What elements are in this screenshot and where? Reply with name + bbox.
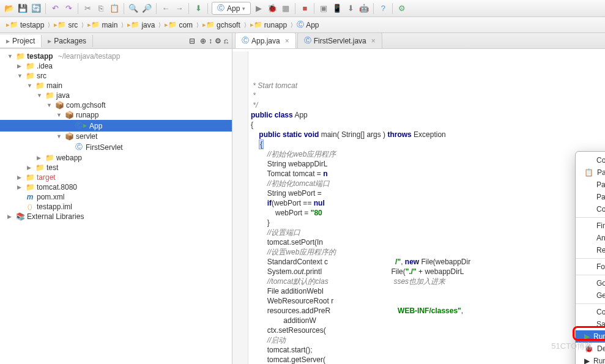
find-icon[interactable]: 🔍	[128, 3, 139, 14]
back-icon[interactable]: ←	[160, 3, 171, 14]
menu-item[interactable]: Column Selection Mode⇧⌘8 *	[576, 203, 605, 215]
tree-node[interactable]: ▼📦com.gchsoft	[0, 100, 232, 110]
gutter	[232, 51, 248, 364]
breadcrumb-item[interactable]: ▸📁src	[51, 20, 80, 30]
editor-tab[interactable]: ⒸApp.java×	[235, 32, 296, 48]
stop-icon[interactable]: ■	[299, 3, 310, 14]
build-icon[interactable]: ⬇	[193, 3, 204, 14]
tree-node[interactable]: ▼📦servlet	[0, 132, 232, 141]
debug-icon[interactable]: 🐞	[267, 3, 278, 14]
breadcrumb-item[interactable]: ▸📁gchsoft	[200, 20, 243, 30]
editor-tabs: ⒸApp.java×ⒸFirstServlet.java×	[232, 33, 605, 49]
menu-item[interactable]: Refactor▶	[576, 244, 605, 256]
device-icon[interactable]: 📱	[332, 3, 343, 14]
help-icon[interactable]: ?	[377, 3, 388, 14]
menu-item[interactable]: 📋Paste⌘V	[576, 166, 605, 179]
refresh-icon[interactable]: 🔄	[31, 3, 42, 14]
sdk-icon[interactable]: ⬇	[345, 3, 356, 14]
hide-icon[interactable]: ⎌	[224, 37, 228, 45]
settings-icon[interactable]: ⚙	[215, 37, 221, 45]
cut-icon[interactable]: ✂	[82, 3, 93, 14]
target-icon[interactable]: ⊕	[200, 37, 206, 45]
paste-icon[interactable]: 📋	[109, 3, 120, 14]
menu-item[interactable]: Analyze▶	[576, 232, 605, 244]
code-editor[interactable]: * Start tomcat * */public class App{ pub…	[232, 49, 605, 364]
menu-item[interactable]: Generate...^N	[576, 289, 605, 302]
tree-node[interactable]: ▶📁webapp	[0, 153, 232, 163]
replace-icon[interactable]: 🔎	[141, 3, 152, 14]
breadcrumb-item[interactable]: ▸📁com	[162, 20, 195, 30]
menu-item[interactable]: Folding▶	[576, 261, 605, 273]
menu-item[interactable]: Find Usages⌥F7	[576, 220, 605, 232]
sidebar-tab-packages[interactable]: ▸Packages	[42, 35, 93, 47]
watermark: 51CTO博客	[551, 341, 593, 352]
sort-icon[interactable]: ↕	[209, 37, 212, 45]
android-icon[interactable]: 🤖	[358, 3, 369, 14]
tree-node[interactable]: ▼📁testapp~/learnjava/testapp	[0, 51, 232, 61]
menu-item[interactable]: Save 'App.main()'	[576, 318, 605, 330]
tree-node[interactable]: ▶📁.idea	[0, 61, 232, 71]
menu-item[interactable]: ▶Run 'App.main()' with Coverage	[576, 355, 605, 364]
undo-icon[interactable]: ↶	[50, 3, 61, 14]
tree-node[interactable]: ▼📁java	[0, 91, 232, 100]
forward-icon[interactable]: →	[174, 3, 185, 14]
save-icon[interactable]: 💾	[17, 3, 28, 14]
tree-node[interactable]: ▶📁test	[0, 163, 232, 173]
editor-tab[interactable]: ⒸFirstServlet.java×	[297, 32, 382, 48]
avd-icon[interactable]: ▣	[318, 3, 329, 14]
project-sidebar: ▸Project▸Packages ⊟ ⊕ ↕ ⚙ ⎌ ▼📁testapp~/l…	[0, 33, 232, 364]
run-icon[interactable]: ▶	[253, 3, 264, 14]
menu-item[interactable]: Paste from History...⇧⌘V	[576, 179, 605, 191]
sidebar-tab-project[interactable]: ▸Project	[0, 35, 42, 47]
breadcrumb-item[interactable]: ▸📁runapp	[248, 20, 289, 30]
tree-node[interactable]: ▶📁target	[0, 173, 232, 182]
menu-item[interactable]: Copy Reference⌥⇧⌘C	[576, 154, 605, 166]
tree-node[interactable]: ▶📚External Libraries	[0, 212, 232, 221]
sidebar-tabs: ▸Project▸Packages ⊟ ⊕ ↕ ⚙ ⎌	[0, 33, 232, 49]
tree-node[interactable]: ▼📦runapp	[0, 110, 232, 120]
context-menu: Copy Reference⌥⇧⌘C📋Paste⌘VPaste from His…	[575, 151, 605, 364]
editor-area: ⒸApp.java×ⒸFirstServlet.java× * Start to…	[232, 33, 605, 364]
tree-node[interactable]: ⬯testapp.iml	[0, 202, 232, 212]
run-config-label: App	[227, 4, 240, 13]
main-toolbar: 📂 💾 🔄 ↶ ↷ ✂ ⎘ 📋 🔍 🔎 ← → ⬇ Ⓒ App ▾ ▶ 🐞 ▦ …	[0, 0, 605, 17]
tree-node[interactable]: ▼📁main	[0, 81, 232, 91]
coverage-icon[interactable]: ▦	[280, 3, 291, 14]
jrebel-icon[interactable]: ⚙	[396, 3, 407, 14]
run-config-selector[interactable]: Ⓒ App ▾	[212, 2, 251, 15]
redo-icon[interactable]: ↷	[63, 3, 74, 14]
breadcrumb-item[interactable]: ▸📁testapp	[4, 20, 46, 30]
tree-node[interactable]: ▼📁src	[0, 71, 232, 81]
menu-item[interactable]: Paste Simple⌥⇧⌘V	[576, 191, 605, 203]
breadcrumb: ▸📁testapp⟩▸📁src⟩▸📁main⟩▸📁java⟩▸📁com⟩▸📁gc…	[0, 17, 605, 33]
tree-node[interactable]: ▶📁tomcat.8080	[0, 182, 232, 192]
tree-node[interactable]: mpom.xml	[0, 192, 232, 202]
tree-node[interactable]: Ⓒ▶App	[0, 120, 232, 132]
breadcrumb-item[interactable]: ⒸApp	[294, 19, 321, 31]
tree-node[interactable]: ⒸFirstServlet	[0, 141, 232, 153]
breadcrumb-item[interactable]: ▸📁main	[85, 20, 120, 30]
copy-icon[interactable]: ⎘	[95, 3, 106, 14]
project-tree[interactable]: ▼📁testapp~/learnjava/testapp▶📁.idea▼📁src…	[0, 49, 232, 364]
open-icon[interactable]: 📂	[4, 3, 15, 14]
menu-item[interactable]: Compile 'App.java'⇧⌘F9	[576, 306, 605, 318]
breadcrumb-item[interactable]: ▸📁java	[125, 20, 157, 30]
menu-item[interactable]: Go To▶	[576, 277, 605, 289]
collapse-icon[interactable]: ⊟	[189, 37, 195, 45]
